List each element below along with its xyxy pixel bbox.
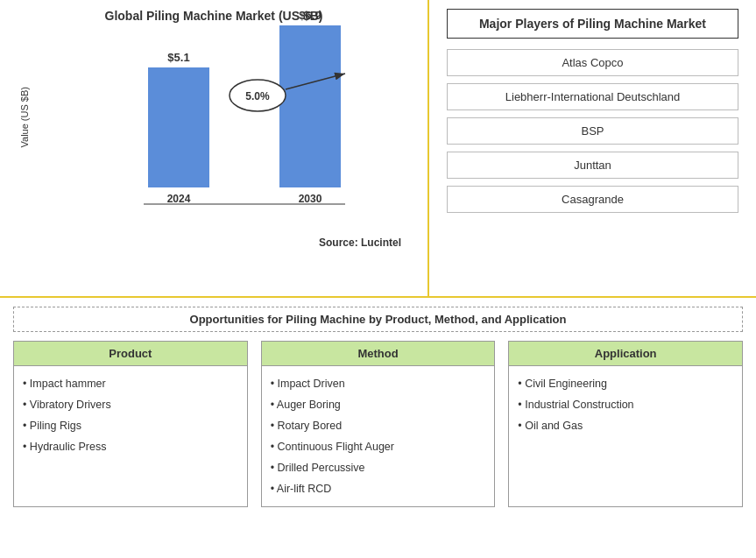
bar-label-2030: 2030 xyxy=(299,193,322,205)
column-header-product: Product xyxy=(14,342,247,366)
players-title: Major Players of Piling Machine Market xyxy=(447,9,738,39)
players-list: Atlas Copco Liebherr-International Deuts… xyxy=(447,49,738,220)
player-item-1: Liebherr-International Deutschland xyxy=(447,83,738,110)
cagr-annotation: 5.0% xyxy=(201,65,376,146)
chart-title: Global Piling Machine Market (US $B) xyxy=(18,9,410,23)
chart-area: Value (US $B) $5.1 2024 $6.9 xyxy=(18,30,410,231)
column-application: Application Civil Engineering Industrial… xyxy=(508,341,743,507)
application-item-1: Industrial Construction xyxy=(518,394,733,415)
column-header-method: Method xyxy=(262,342,495,366)
player-item-2: BSP xyxy=(447,117,738,145)
chart-source: Source: Lucintel xyxy=(18,237,410,249)
product-item-2: Piling Rigs xyxy=(23,415,238,436)
column-header-application: Application xyxy=(509,342,742,366)
method-item-5: Air-lift RCD xyxy=(271,478,486,499)
method-item-3: Continuous Flight Auger xyxy=(271,436,486,457)
column-body-product: Impact hammer Vibratory Drivers Piling R… xyxy=(14,366,247,464)
svg-text:5.0%: 5.0% xyxy=(245,90,270,102)
method-item-1: Auger Boring xyxy=(271,394,486,415)
cagr-svg: 5.0% xyxy=(201,65,376,144)
application-item-2: Oil and Gas xyxy=(518,415,733,436)
player-item-4: Casagrande xyxy=(447,186,738,213)
product-item-1: Vibratory Drivers xyxy=(23,394,238,415)
column-body-application: Civil Engineering Industrial Constructio… xyxy=(509,366,742,443)
player-item-0: Atlas Copco xyxy=(447,49,738,76)
main-container: Global Piling Machine Market (US $B) Val… xyxy=(0,0,756,558)
bar-value-2030: $6.9 xyxy=(299,9,321,22)
column-product: Product Impact hammer Vibratory Drivers … xyxy=(13,341,248,507)
bar-value-2024: $5.1 xyxy=(167,51,189,64)
svg-line-2 xyxy=(286,74,345,89)
y-axis-label: Value (US $B) xyxy=(19,87,30,148)
method-item-2: Rotary Bored xyxy=(271,415,486,436)
bar-label-2024: 2024 xyxy=(167,193,191,205)
bottom-title: Opportunities for Piling Machine by Prod… xyxy=(13,307,743,332)
product-item-0: Impact hammer xyxy=(23,373,238,394)
players-section: Major Players of Piling Machine Market A… xyxy=(429,0,756,296)
column-method: Method Impact Driven Auger Boring Rotary… xyxy=(261,341,496,507)
column-body-method: Impact Driven Auger Boring Rotary Bored … xyxy=(262,366,495,506)
method-item-4: Drilled Percussive xyxy=(271,457,486,478)
chart-section: Global Piling Machine Market (US $B) Val… xyxy=(0,0,429,296)
method-item-0: Impact Driven xyxy=(271,373,486,394)
application-item-0: Civil Engineering xyxy=(518,373,733,394)
product-item-3: Hydraulic Press xyxy=(23,436,238,457)
bottom-section: Opportunities for Piling Machine by Prod… xyxy=(0,298,756,558)
columns-container: Product Impact hammer Vibratory Drivers … xyxy=(13,341,743,507)
top-section: Global Piling Machine Market (US $B) Val… xyxy=(0,0,756,298)
player-item-3: Junttan xyxy=(447,152,738,179)
